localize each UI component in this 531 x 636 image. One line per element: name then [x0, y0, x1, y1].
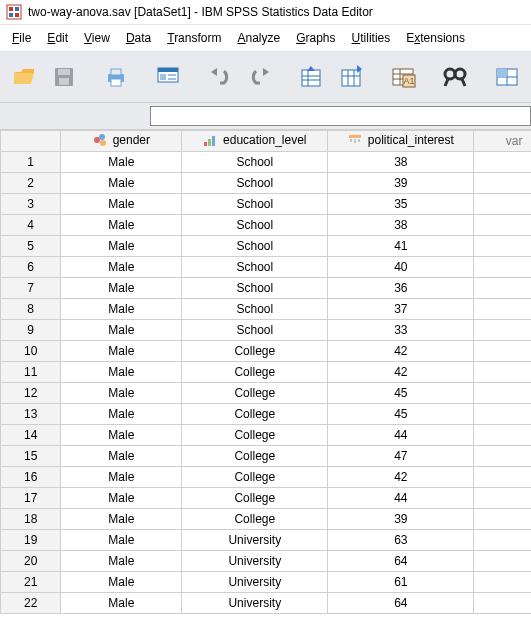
menu-file[interactable]: File — [6, 29, 37, 47]
cell-gender[interactable]: Male — [61, 530, 182, 551]
cell-political-interest[interactable]: 64 — [328, 593, 474, 614]
cell-political-interest[interactable]: 61 — [328, 572, 474, 593]
menu-data[interactable]: Data — [120, 29, 157, 47]
undo-button[interactable] — [202, 59, 238, 95]
cell-gender[interactable]: Male — [61, 320, 182, 341]
cell-education-level[interactable]: School — [182, 152, 328, 173]
cell-gender[interactable]: Male — [61, 152, 182, 173]
cell-education-level[interactable]: College — [182, 341, 328, 362]
cell-education-level[interactable]: School — [182, 299, 328, 320]
cell-gender[interactable]: Male — [61, 173, 182, 194]
cell-gender[interactable]: Male — [61, 551, 182, 572]
cell-gender[interactable]: Male — [61, 194, 182, 215]
goto-case-button[interactable] — [293, 59, 329, 95]
row-header[interactable]: 7 — [1, 278, 61, 299]
cell-political-interest[interactable]: 33 — [328, 320, 474, 341]
cell-political-interest[interactable]: 39 — [328, 173, 474, 194]
row-header[interactable]: 2 — [1, 173, 61, 194]
column-header-political-interest[interactable]: political_interest — [328, 131, 474, 152]
cell-political-interest[interactable]: 63 — [328, 530, 474, 551]
cell-education-level[interactable]: College — [182, 404, 328, 425]
menu-view[interactable]: View — [78, 29, 116, 47]
row-header[interactable]: 6 — [1, 257, 61, 278]
row-header[interactable]: 19 — [1, 530, 61, 551]
cell-gender[interactable]: Male — [61, 215, 182, 236]
cell-gender[interactable]: Male — [61, 362, 182, 383]
cell-empty[interactable] — [474, 341, 531, 362]
cell-empty[interactable] — [474, 509, 531, 530]
menu-utilities[interactable]: Utilities — [346, 29, 397, 47]
cell-empty[interactable] — [474, 593, 531, 614]
cell-empty[interactable] — [474, 551, 531, 572]
cell-education-level[interactable]: College — [182, 509, 328, 530]
row-header[interactable]: 15 — [1, 446, 61, 467]
cell-education-level[interactable]: University — [182, 551, 328, 572]
cell-political-interest[interactable]: 45 — [328, 404, 474, 425]
print-button[interactable] — [98, 59, 134, 95]
cell-education-level[interactable]: College — [182, 467, 328, 488]
cell-gender[interactable]: Male — [61, 488, 182, 509]
cell-empty[interactable] — [474, 530, 531, 551]
cell-education-level[interactable]: College — [182, 425, 328, 446]
menu-edit[interactable]: Edit — [41, 29, 74, 47]
row-header[interactable]: 9 — [1, 320, 61, 341]
cell-empty[interactable] — [474, 383, 531, 404]
cell-gender[interactable]: Male — [61, 236, 182, 257]
cell-empty[interactable] — [474, 152, 531, 173]
cell-empty[interactable] — [474, 278, 531, 299]
cell-political-interest[interactable]: 35 — [328, 194, 474, 215]
cell-education-level[interactable]: University — [182, 593, 328, 614]
find-button[interactable] — [437, 59, 473, 95]
cell-education-level[interactable]: College — [182, 488, 328, 509]
cell-political-interest[interactable]: 44 — [328, 425, 474, 446]
row-header[interactable]: 16 — [1, 467, 61, 488]
row-header[interactable]: 17 — [1, 488, 61, 509]
cell-empty[interactable] — [474, 215, 531, 236]
row-header[interactable]: 5 — [1, 236, 61, 257]
cell-gender[interactable]: Male — [61, 383, 182, 404]
row-header[interactable]: 4 — [1, 215, 61, 236]
cell-political-interest[interactable]: 42 — [328, 467, 474, 488]
row-header[interactable]: 20 — [1, 551, 61, 572]
cell-empty[interactable] — [474, 236, 531, 257]
column-header-gender[interactable]: gender — [61, 131, 182, 152]
cell-gender[interactable]: Male — [61, 572, 182, 593]
grid-corner[interactable] — [1, 131, 61, 152]
cell-education-level[interactable]: School — [182, 257, 328, 278]
cell-gender[interactable]: Male — [61, 593, 182, 614]
cell-education-level[interactable]: University — [182, 572, 328, 593]
cell-education-level[interactable]: University — [182, 530, 328, 551]
save-button[interactable] — [46, 59, 82, 95]
cell-editor-input[interactable] — [150, 106, 531, 126]
cell-empty[interactable] — [474, 404, 531, 425]
cell-education-level[interactable]: School — [182, 278, 328, 299]
cell-education-level[interactable]: College — [182, 383, 328, 404]
menu-analyze[interactable]: Analyze — [231, 29, 286, 47]
cell-empty[interactable] — [474, 173, 531, 194]
cell-gender[interactable]: Male — [61, 299, 182, 320]
cell-political-interest[interactable]: 64 — [328, 551, 474, 572]
cell-empty[interactable] — [474, 257, 531, 278]
cell-empty[interactable] — [474, 572, 531, 593]
cell-political-interest[interactable]: 40 — [328, 257, 474, 278]
cell-political-interest[interactable]: 47 — [328, 446, 474, 467]
menu-graphs[interactable]: Graphs — [290, 29, 341, 47]
cell-gender[interactable]: Male — [61, 278, 182, 299]
variables-button[interactable]: A1 — [385, 59, 421, 95]
cell-political-interest[interactable]: 36 — [328, 278, 474, 299]
row-header[interactable]: 22 — [1, 593, 61, 614]
cell-education-level[interactable]: College — [182, 446, 328, 467]
cell-gender[interactable]: Male — [61, 467, 182, 488]
split-file-button[interactable] — [489, 59, 525, 95]
cell-political-interest[interactable]: 42 — [328, 362, 474, 383]
cell-education-level[interactable]: School — [182, 194, 328, 215]
cell-political-interest[interactable]: 38 — [328, 215, 474, 236]
column-header-education-level[interactable]: education_level — [182, 131, 328, 152]
cell-gender[interactable]: Male — [61, 257, 182, 278]
cell-education-level[interactable]: School — [182, 236, 328, 257]
cell-political-interest[interactable]: 39 — [328, 509, 474, 530]
row-header[interactable]: 13 — [1, 404, 61, 425]
cell-empty[interactable] — [474, 194, 531, 215]
column-header-empty[interactable]: var — [474, 131, 531, 152]
row-header[interactable]: 11 — [1, 362, 61, 383]
